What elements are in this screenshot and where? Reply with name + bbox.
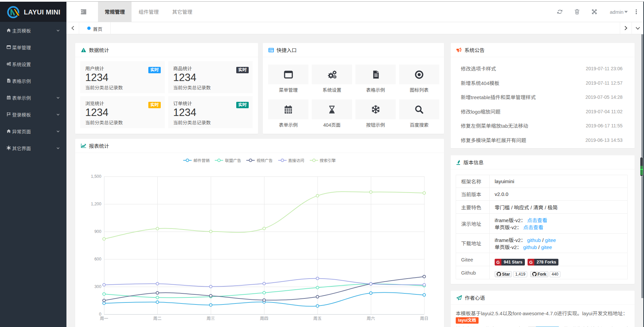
- svg-text:1,500: 1,500: [91, 174, 101, 179]
- svg-text:周五: 周五: [313, 316, 321, 321]
- svg-text:0: 0: [99, 312, 101, 317]
- svg-text:周二: 周二: [153, 316, 161, 321]
- svg-text:周四: 周四: [260, 316, 268, 321]
- svg-text:周一: 周一: [100, 316, 108, 321]
- svg-text:600: 600: [94, 257, 101, 261]
- svg-text:1,200: 1,200: [91, 202, 101, 206]
- svg-text:300: 300: [94, 284, 101, 289]
- svg-text:周日: 周日: [420, 316, 428, 321]
- svg-text:900: 900: [94, 229, 101, 234]
- svg-text:周六: 周六: [366, 316, 375, 321]
- svg-text:周三: 周三: [206, 316, 215, 321]
